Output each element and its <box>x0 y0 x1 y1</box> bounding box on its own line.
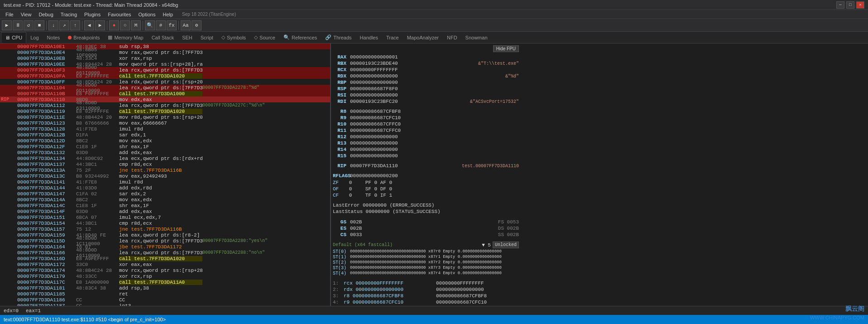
register-value[interactable]: 0000000000000000 <box>350 134 519 140</box>
toolbar-fx[interactable]: fx <box>167 20 177 30</box>
toolbar-hash[interactable]: # <box>156 20 166 30</box>
close-button[interactable]: ✕ <box>856 1 864 9</box>
toolbar-restart[interactable]: ↺ <box>24 20 34 30</box>
disasm-row[interactable]: 00007FF7D3DA1119E8 02FFFFFEcall test.7FF… <box>0 108 330 114</box>
disasm-row[interactable]: 00007FF7D3DA113744:3BC1cmp r8d,ecx <box>0 161 330 167</box>
menu-options[interactable]: Options <box>135 10 159 19</box>
tab-seh[interactable]: SEH <box>178 32 197 43</box>
menu-favourites[interactable]: Favourites <box>104 10 134 19</box>
xmm-selector[interactable]: ▼ 5 <box>482 242 491 248</box>
disasm-panel[interactable]: 00007FF7D3DA10E148:83EC 38sub rsp,380000… <box>0 44 331 306</box>
register-value[interactable]: 0000000000000000 <box>350 73 502 79</box>
disasm-row[interactable]: 00007FF7D3DA117948:33CCxor rcx,rsp <box>0 273 330 279</box>
disasm-row[interactable]: 00007FF7D3DA113444:8D0C92lea ecx,qword p… <box>0 155 330 161</box>
menu-help[interactable]: Help <box>159 10 177 19</box>
register-value[interactable]: 0000000000000000 <box>350 140 519 146</box>
maximize-button[interactable]: □ <box>846 1 854 9</box>
tab-log[interactable]: Log <box>26 32 43 43</box>
register-value[interactable]: 0000000000000000 <box>350 92 519 98</box>
disasm-row[interactable]: 00007FF7D3DA114F03D0add edx,eax <box>0 208 330 214</box>
minimize-button[interactable]: ─ <box>836 1 844 9</box>
register-value[interactable]: 000000086687CFFC0 <box>350 128 519 133</box>
disasm-row[interactable]: 00007FF7D3DA110BE8 F0FFFFFEcall test.7FF… <box>0 91 330 97</box>
disasm-row[interactable]: 00007FF7D3DA114441:03D0add edx,r8d <box>0 185 330 191</box>
disasm-row[interactable]: 00007FF7D3DA117448:8B4C24 28mov rcx,qwor… <box>0 267 330 273</box>
disasm-row[interactable]: 00007FF7D3DA115D48:8D0D 1C110000lea rcx,… <box>0 238 330 244</box>
disasm-row[interactable]: 00007FF7D3DA116648:8D0D 16110000lea rcx,… <box>0 250 330 256</box>
disasm-row[interactable]: 00007FF7D3DA10FF48:8D5424 20lea rdx,qwor… <box>0 79 330 85</box>
disasm-row[interactable]: 00007FF7D3DA116476 07jbe test.7FF7D3DA11… <box>0 244 330 250</box>
disasm-row[interactable]: 00007FF7D3DA1147C1FA 02sar edx,2 <box>0 191 330 197</box>
register-value[interactable]: 000000086687CFFC0 <box>350 121 519 127</box>
disasm-row[interactable]: 00007FF7D3DA114141:F7E8imul r8d <box>0 179 330 185</box>
toolbar-mem[interactable]: M <box>131 20 141 30</box>
disasm-row[interactable]: 00007FF7D3DA10FAE8 2FFFFFFEcall test.7FF… <box>0 73 330 79</box>
disasm-row[interactable]: 00007FF7D3DA117CE8 1A000000call test.7FF… <box>0 279 330 285</box>
register-value[interactable]: 00000000FFFFFFFF <box>350 67 519 73</box>
disasm-row[interactable]: 00007FF7D3DA116DE8 A9FEFFFFcall test.7FF… <box>0 256 330 261</box>
tab-nfd[interactable]: NFD <box>443 32 461 43</box>
disasm-row[interactable]: 00007FF7D3DA1123B8 67666666mov eax,66666… <box>0 120 330 126</box>
disasm-row[interactable]: 00007FF7D3DA114A8BC2mov eax,edx <box>0 197 330 203</box>
tab-source[interactable]: ◇ Source <box>250 32 279 43</box>
disasm-row[interactable]: 00007FF7D3DA110448:8D0D 6D110000lea rcx,… <box>0 85 330 91</box>
tab-notes[interactable]: Notes <box>43 32 64 43</box>
menu-view[interactable]: View <box>17 10 35 19</box>
menu-plugins[interactable]: Plugins <box>81 10 104 19</box>
disasm-row[interactable]: RIP00007FF7D3DA11108BD0mov edx,eax <box>0 97 330 102</box>
tab-memory-map[interactable]: ▦ Memory Map <box>104 32 147 43</box>
disasm-row[interactable]: 00007FF7D3DA117233C0xor eax,eax <box>0 261 330 267</box>
tab-call-stack[interactable]: Call Stack <box>148 32 178 43</box>
tab-trace[interactable]: Trace <box>382 32 403 43</box>
register-value[interactable]: 00000193C23BFC20 <box>350 99 466 104</box>
disasm-row[interactable]: 00007FF7D3DA10EE48:894424 28mov qword pt… <box>0 61 330 67</box>
toolbar-search[interactable]: 🔍 <box>145 20 155 30</box>
disasm-row[interactable]: 00007FF7D3DA1187CCint3 <box>0 303 330 306</box>
toolbar-back[interactable]: ◀ <box>84 20 94 30</box>
disasm-row[interactable]: 00007FF7D3DA114CC1E8 1Fshr eax,1F <box>0 203 330 208</box>
tab-references[interactable]: 🔍 References <box>279 32 321 43</box>
disasm-row[interactable]: 00007FF7D3DA10E448:8B05 1DF0000mov rax,q… <box>0 49 330 55</box>
disasm-row[interactable]: 00007FF7D3DA10EB48:33C4xor rax,rsp <box>0 55 330 61</box>
menu-tracing[interactable]: Tracing <box>57 10 81 19</box>
disasm-row[interactable]: 00007FF7D3DA111E48:8B4424 20mov r8d,qwor… <box>0 114 330 120</box>
disasm-row[interactable]: 00007FF7D3DA10E148:83EC 38sub rsp,38 <box>0 44 330 49</box>
disasm-row[interactable]: 00007FF7D3DA1185ret <box>0 291 330 297</box>
menu-file[interactable]: File <box>2 10 17 19</box>
disasm-row[interactable]: 00007FF7D3DA111248:8D0D 63110000lea rcx,… <box>0 102 330 108</box>
toolbar-forward[interactable]: ▶ <box>95 20 105 30</box>
toolbar-step-over[interactable]: ↗ <box>59 20 69 30</box>
register-value[interactable]: 00007FF7D3DA1110 <box>350 163 458 169</box>
disasm-row[interactable]: 00007FF7D3DA10F348:8D0D 661I0000lea rcx,… <box>0 67 330 73</box>
unlocked-button[interactable]: Unlocked <box>493 242 519 248</box>
tab-script[interactable]: Script <box>197 32 217 43</box>
register-value[interactable]: 0000000000000200 <box>350 173 519 179</box>
tab-handles[interactable]: Handles <box>356 32 382 43</box>
tab-symbols[interactable]: ◇ Symbols <box>217 32 250 43</box>
toolbar-aa[interactable]: Aa <box>181 20 191 30</box>
toolbar-run[interactable]: ▶ <box>2 20 12 30</box>
disasm-row[interactable]: 00007FF7D3DA113CB8 93244992mov eax,92492… <box>0 173 330 179</box>
register-value[interactable]: 000000086687CFC10 <box>350 115 519 121</box>
disasm-row[interactable]: 00007FF7D3DA115444:3BC1cmp r8d,ecx <box>0 220 330 226</box>
disasm-row[interactable]: 00007FF7D3DA115775 12jne test.7FF7D3DA11… <box>0 226 330 232</box>
disasm-row[interactable]: 00007FF7D3DA118148:83C4 38add rsp,38 <box>0 285 330 291</box>
menu-debug[interactable]: Debug <box>35 10 57 19</box>
toolbar-stop[interactable]: ■ <box>34 20 44 30</box>
disasm-row[interactable]: 00007FF7D3DA1186CCCC <box>0 297 330 303</box>
register-value[interactable]: 000000086687CFBF8 <box>350 109 519 114</box>
hide-fpu-button[interactable]: Hide FPU <box>493 45 519 52</box>
toolbar-step-out[interactable]: ↑ <box>70 20 80 30</box>
disasm-row[interactable]: 00007FF7D3DA11516BCA 07imul ecx,edx,7 <box>0 214 330 220</box>
tab-breakpoints[interactable]: Breakpoints <box>64 32 104 43</box>
disasm-row[interactable]: 00007FF7D3DA113A75 2Fjne test.7FF7D3DA11… <box>0 167 330 173</box>
tab-cpu[interactable]: 🖥 CPU <box>1 32 26 43</box>
register-value[interactable]: 000000086687F8F0 <box>350 86 519 92</box>
disasm-row[interactable]: 00007FF7D3DA112D8BC2mov eax,edx <box>0 138 330 144</box>
tab-threads[interactable]: 🔗 Threads <box>321 32 355 43</box>
disasm-row[interactable]: 00007FF7D3DA112FC1E8 1Fshr eax,1F <box>0 144 330 150</box>
disasm-row[interactable]: 00007FF7D3DA113203D0add edx,eax <box>0 150 330 155</box>
register-value[interactable]: 0000000000000001 <box>350 54 519 60</box>
disasm-row[interactable]: 00007FF7D3DA115941:8D40 FElea eax,qword … <box>0 232 330 238</box>
register-value[interactable]: 0000000000000000 <box>350 147 519 152</box>
